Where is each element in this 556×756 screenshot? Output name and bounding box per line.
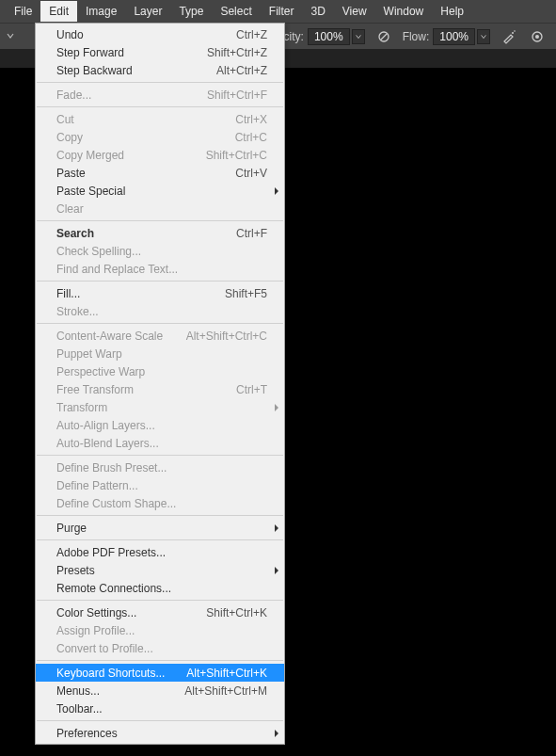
pressure-opacity-icon[interactable] (374, 27, 393, 46)
menu-item-label: Puppet Warp (56, 347, 277, 361)
menubar-item-image[interactable]: Image (77, 1, 125, 22)
menubar-item-filter[interactable]: Filter (261, 1, 303, 22)
menu-item-transform: Transform (36, 398, 284, 416)
submenu-arrow-icon (275, 187, 278, 195)
menu-item-label: Transform (56, 401, 277, 414)
flow-value[interactable]: 100% (433, 28, 475, 45)
menu-item-label: Remote Connections... (56, 582, 277, 595)
menu-item-label: Clear (56, 202, 277, 216)
submenu-arrow-icon (275, 404, 278, 411)
menu-item-remote-connections[interactable]: Remote Connections... (36, 579, 284, 597)
menu-item-define-custom-shape: Define Custom Shape... (36, 494, 284, 512)
menu-item-toolbar[interactable]: Toolbar... (36, 700, 284, 717)
menu-item-menus[interactable]: Menus...Alt+Shift+Ctrl+M (36, 682, 284, 700)
menu-item-label: Convert to Profile... (56, 642, 277, 655)
menu-item-label: Check Spelling... (56, 245, 277, 258)
menu-item-shortcut: Alt+Ctrl+Z (216, 64, 277, 77)
menu-divider (37, 220, 283, 221)
menu-item-shortcut: Alt+Shift+Ctrl+K (186, 667, 277, 680)
menu-item-perspective-warp: Perspective Warp (36, 362, 284, 380)
menu-item-label: Stroke... (56, 305, 277, 318)
menu-item-shortcut: Shift+Ctrl+K (206, 606, 277, 619)
menubar-item-layer[interactable]: Layer (125, 1, 170, 22)
menu-item-label: Copy Merged (56, 149, 206, 162)
svg-point-4 (535, 35, 539, 39)
menu-item-label: Undo (56, 28, 236, 41)
svg-point-1 (512, 32, 514, 34)
menu-item-shortcut: Ctrl+V (235, 167, 277, 180)
menu-item-shortcut: Shift+Ctrl+Z (207, 46, 277, 59)
menubar: FileEditImageLayerTypeSelectFilter3DView… (0, 0, 556, 23)
menu-item-purge[interactable]: Purge (36, 519, 284, 537)
opacity-value[interactable]: 100% (308, 28, 350, 45)
menu-item-label: Auto-Align Layers... (56, 419, 277, 432)
menubar-item-window[interactable]: Window (375, 1, 433, 22)
menubar-item-help[interactable]: Help (432, 1, 472, 22)
menu-item-label: Toolbar... (56, 702, 277, 716)
menu-item-shortcut: Ctrl+F (236, 227, 277, 240)
edit-menu-dropdown: UndoCtrl+ZStep ForwardShift+Ctrl+ZStep B… (35, 23, 285, 745)
menu-item-auto-align-layers: Auto-Align Layers... (36, 416, 284, 434)
menu-item-step-forward[interactable]: Step ForwardShift+Ctrl+Z (36, 43, 284, 61)
menubar-item-select[interactable]: Select (212, 1, 260, 22)
menu-item-label: Content-Aware Scale (56, 330, 186, 343)
airbrush-icon[interactable] (500, 27, 518, 46)
menu-item-label: Assign Profile... (56, 624, 277, 637)
menu-item-label: Purge (56, 522, 277, 535)
menu-item-fill[interactable]: Fill...Shift+F5 (36, 284, 284, 302)
menu-item-shortcut: Ctrl+C (235, 131, 277, 144)
menu-divider (37, 600, 283, 601)
menu-item-define-brush-preset: Define Brush Preset... (36, 458, 284, 476)
menu-item-search[interactable]: SearchCtrl+F (36, 224, 284, 242)
menu-item-assign-profile: Assign Profile... (36, 621, 284, 639)
menu-item-label: Step Forward (56, 46, 207, 59)
menu-item-color-settings[interactable]: Color Settings...Shift+Ctrl+K (36, 603, 284, 621)
opacity-dropdown-icon[interactable] (352, 29, 365, 44)
submenu-arrow-icon (275, 524, 278, 532)
menu-item-free-transform: Free TransformCtrl+T (36, 380, 284, 398)
menu-item-label: Color Settings... (56, 606, 206, 619)
menu-item-preferences[interactable]: Preferences (36, 724, 284, 742)
menu-item-check-spelling: Check Spelling... (36, 242, 284, 260)
submenu-arrow-icon (275, 567, 278, 574)
menu-item-label: Menus... (56, 684, 184, 698)
menu-item-shortcut: Shift+Ctrl+C (206, 149, 277, 162)
menu-item-paste[interactable]: PasteCtrl+V (36, 164, 284, 182)
svg-point-2 (514, 30, 516, 32)
menu-item-label: Paste (56, 167, 235, 180)
pressure-size-icon[interactable] (528, 27, 547, 46)
submenu-arrow-icon (275, 730, 278, 737)
menu-item-shortcut: Ctrl+T (236, 383, 277, 396)
menu-item-paste-special[interactable]: Paste Special (36, 182, 284, 200)
menu-item-undo[interactable]: UndoCtrl+Z (36, 25, 284, 43)
menu-divider (37, 515, 283, 516)
menu-item-step-backward[interactable]: Step BackwardAlt+Ctrl+Z (36, 61, 284, 79)
tool-preset-chevron-icon[interactable] (6, 30, 15, 43)
menu-item-label: Step Backward (56, 64, 216, 77)
menubar-item-edit[interactable]: Edit (40, 1, 77, 22)
menu-item-label: Search (56, 227, 236, 240)
menu-item-label: Adobe PDF Presets... (56, 546, 277, 559)
menu-item-label: Presets (56, 564, 277, 577)
menu-item-label: Perspective Warp (56, 365, 277, 378)
menu-item-adobe-pdf-presets[interactable]: Adobe PDF Presets... (36, 543, 284, 561)
menubar-item-file[interactable]: File (6, 1, 40, 22)
menu-item-copy: CopyCtrl+C (36, 128, 284, 146)
menu-item-define-pattern: Define Pattern... (36, 476, 284, 494)
flow-dropdown-icon[interactable] (477, 29, 490, 44)
menu-divider (37, 660, 283, 661)
menu-divider (37, 455, 283, 456)
menubar-item-view[interactable]: View (334, 1, 375, 22)
menu-divider (37, 720, 283, 721)
menu-item-presets[interactable]: Presets (36, 561, 284, 579)
menubar-item-3d[interactable]: 3D (302, 1, 333, 22)
menu-item-label: Preferences (56, 727, 277, 740)
menu-divider (37, 281, 283, 281)
menu-divider (37, 539, 283, 540)
menu-divider (37, 106, 283, 107)
menu-item-convert-to-profile: Convert to Profile... (36, 639, 284, 657)
menu-item-keyboard-shortcuts[interactable]: Keyboard Shortcuts...Alt+Shift+Ctrl+K (36, 664, 284, 682)
menu-item-label: Free Transform (56, 383, 236, 396)
menubar-item-type[interactable]: Type (170, 1, 212, 22)
menu-item-stroke: Stroke... (36, 302, 284, 320)
